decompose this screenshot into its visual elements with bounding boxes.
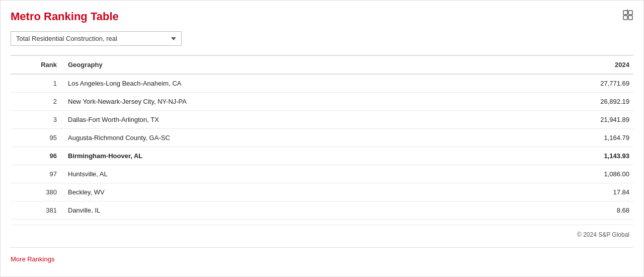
cell-geography: Los Angeles-Long Beach-Anaheim, CA [61,74,563,93]
column-header-geography: Geography [61,55,563,74]
column-header-year: 2024 [563,55,633,74]
copyright-notice: © 2024 S&P Global [11,225,633,242]
column-header-rank: Rank [11,55,61,74]
cell-rank: 381 [11,201,61,220]
page-title: Metro Ranking Table [11,10,119,23]
cell-geography: Dallas-Fort Worth-Arlington, TX [61,111,563,129]
table-row: 95Augusta-Richmond County, GA-SC1,164.79 [11,129,633,147]
cell-geography: Danville, IL [61,201,563,220]
cell-value: 1,164.79 [563,129,633,147]
cell-value: 26,892.19 [563,93,633,111]
cell-rank: 380 [11,183,61,201]
cell-rank: 95 [11,129,61,147]
cell-value: 1,086.00 [563,165,633,183]
cell-rank: 1 [11,74,61,93]
table-row: 96Birmingham-Hoover, AL1,143.93 [11,147,633,165]
ranking-table: Rank Geography 2024 1Los Angeles-Long Be… [11,55,633,220]
table-row: 2New York-Newark-Jersey City, NY-NJ-PA26… [11,93,633,111]
table-row: 3Dallas-Fort Worth-Arlington, TX21,941.8… [11,111,633,129]
export-icon[interactable] [622,10,633,23]
svg-rect-1 [628,11,632,15]
svg-rect-0 [623,11,627,15]
cell-geography: Birmingham-Hoover, AL [61,147,563,165]
cell-rank: 97 [11,165,61,183]
cell-geography: New York-Newark-Jersey City, NY-NJ-PA [61,93,563,111]
svg-rect-2 [623,16,627,20]
table-header-row: Rank Geography 2024 [11,55,633,74]
cell-rank: 3 [11,111,61,129]
metric-dropdown[interactable]: Total Residential Construction, real [11,31,182,46]
cell-rank: 96 [11,147,61,165]
cell-value: 21,941.89 [563,111,633,129]
filter-dropdown-wrap: Total Residential Construction, real [11,31,633,46]
table-row: 381Danville, IL8.68 [11,201,633,220]
table-row: 380Beckley, WV17.84 [11,183,633,201]
cell-geography: Huntsville, AL [61,165,563,183]
title-bar: Metro Ranking Table [11,10,633,23]
cell-rank: 2 [11,93,61,111]
svg-rect-3 [628,16,632,20]
cell-geography: Beckley, WV [61,183,563,201]
table-row: 1Los Angeles-Long Beach-Anaheim, CA27,77… [11,74,633,93]
cell-value: 8.68 [563,201,633,220]
cell-value: 27,771.69 [563,74,633,93]
table-row: 97Huntsville, AL1,086.00 [11,165,633,183]
more-rankings-link[interactable]: More Rankings [11,255,54,263]
svg-rect-4 [627,10,628,11]
cell-value: 1,143.93 [563,147,633,165]
main-container: Metro Ranking Table Total Residential Co… [0,0,644,277]
cell-value: 17.84 [563,183,633,201]
cell-geography: Augusta-Richmond County, GA-SC [61,129,563,147]
footer-links: More Rankings [11,247,633,270]
